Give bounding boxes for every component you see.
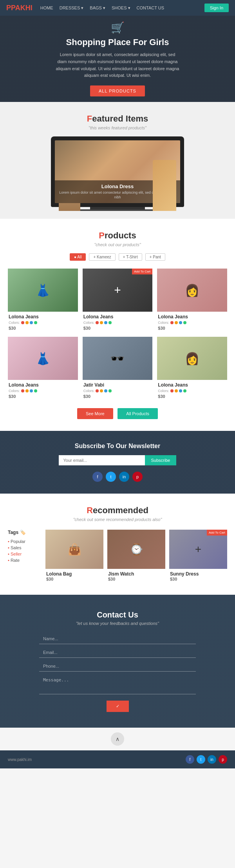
- rec-product-price: $30: [170, 577, 226, 581]
- tags-title: Tags 🏷️: [8, 530, 39, 535]
- rec-product-card: Add To Cart + Sunny Dress $30: [169, 530, 227, 583]
- color-yellow: [25, 321, 29, 324]
- contact-form: ✓: [39, 634, 196, 712]
- scroll-up-button[interactable]: ∧: [111, 732, 124, 746]
- recommended-content: Tags 🏷️ Popular Sales Seller Rate 👜 Lolo…: [8, 530, 227, 583]
- product-price: $30: [158, 326, 226, 330]
- products-title: Products: [8, 231, 227, 241]
- product-colors: Colors:: [83, 389, 152, 393]
- newsletter-email-input[interactable]: [59, 455, 145, 465]
- rec-sidebar: Tags 🏷️ Popular Sales Seller Rate: [8, 530, 39, 583]
- color-blue: [179, 321, 182, 324]
- color-yellow: [25, 389, 29, 392]
- contact-submit-button[interactable]: ✓: [107, 701, 129, 712]
- nav-links: HOME DRESSES ▾ BAGS ▾ SHOES ▾ CONTACT US: [40, 5, 204, 11]
- product-card: 👗 Lolona Jeans Colors: $30: [8, 269, 78, 332]
- nav-contact[interactable]: CONTACT US: [137, 5, 164, 11]
- color-blue: [179, 389, 182, 392]
- nav-bags[interactable]: BAGS ▾: [90, 5, 105, 11]
- pinterest-icon[interactable]: p: [132, 472, 143, 482]
- product-colors: Colors:: [83, 321, 152, 325]
- rec-product-name: Sunny Dress: [170, 571, 226, 577]
- tag-list: Popular Sales Seller Rate: [8, 538, 39, 563]
- contact-name-input[interactable]: [39, 634, 196, 644]
- cart-icon: 🛒: [111, 21, 125, 34]
- linkedin-icon[interactable]: in: [119, 472, 129, 482]
- footer-facebook-icon[interactable]: f: [186, 755, 194, 764]
- featured-section: Featured Items "this weeks featured prod…: [0, 102, 235, 219]
- see-more-button[interactable]: See More: [77, 408, 113, 419]
- contact-title: Contact Us: [39, 610, 196, 619]
- color-green: [183, 321, 186, 324]
- tag-popular[interactable]: Popular: [8, 538, 39, 545]
- color-green: [108, 389, 112, 392]
- hero-title: Shopping Place For Girls: [66, 37, 169, 47]
- product-info: Lolona Jeans Colors: $30: [83, 312, 153, 332]
- signin-button[interactable]: Sign In: [204, 4, 229, 12]
- tag-seller[interactable]: Seller: [8, 551, 39, 557]
- facebook-icon[interactable]: f: [92, 472, 103, 482]
- color-red: [170, 321, 174, 324]
- add-to-cart-badge[interactable]: Add To Cart: [132, 269, 152, 274]
- color-red: [96, 321, 99, 324]
- footer-copyright: www.pakhi.im: [8, 757, 32, 762]
- nav-dresses[interactable]: DRESSES ▾: [60, 5, 84, 11]
- color-green: [34, 321, 37, 324]
- newsletter-section: Subscribe To Our Newsletter Subscribe f …: [0, 431, 235, 494]
- contact-email-input[interactable]: [39, 647, 196, 658]
- tag-sales[interactable]: Sales: [8, 545, 39, 551]
- all-products-button[interactable]: All Products: [118, 408, 158, 419]
- filter-all[interactable]: ● All: [70, 253, 86, 261]
- products-grid: 👗 Lolona Jeans Colors: $30 + Add To: [8, 269, 227, 400]
- product-info: Jatir Vabi Colors: $30: [83, 380, 153, 400]
- footer-linkedin-icon[interactable]: in: [208, 755, 216, 764]
- hero-section: 🛒 Shopping Place For Girls Lorem ipsum d…: [0, 16, 235, 102]
- footer-socials: f t in p: [186, 755, 227, 764]
- product-colors: Colors:: [158, 321, 226, 325]
- side-model-right: [153, 160, 176, 211]
- product-colors: Colors:: [9, 321, 77, 325]
- rec-product-card: ⌚ Jism Watch $30: [107, 530, 165, 583]
- contact-phone-input[interactable]: [39, 661, 196, 672]
- rec-product-info: Lolona Bag $30: [45, 569, 103, 583]
- color-blue: [30, 389, 33, 392]
- rec-product-card: 👜 Lolona Bag $30: [45, 530, 103, 583]
- product-info: Lolona Jeans Colors: $30: [8, 380, 78, 400]
- color-yellow: [100, 321, 103, 324]
- product-image: 👗: [8, 269, 78, 312]
- filter-tshirt[interactable]: + T-Shirt: [119, 253, 142, 261]
- footer-twitter-icon[interactable]: t: [197, 755, 205, 764]
- color-red: [21, 389, 24, 392]
- product-colors: Colors:: [158, 389, 226, 393]
- products-subtitle: "check out our products": [8, 242, 227, 247]
- color-blue: [104, 321, 107, 324]
- rec-product-price: $30: [108, 577, 164, 581]
- contact-message-input[interactable]: [39, 675, 196, 694]
- recommended-subtitle: "check out some recommended products als…: [8, 517, 227, 522]
- nav-shoes[interactable]: SHOES ▾: [112, 5, 130, 11]
- color-blue: [104, 389, 107, 392]
- footer-pinterest-icon[interactable]: p: [219, 755, 227, 764]
- footer: www.pakhi.im f t in p: [0, 750, 235, 768]
- color-yellow: [175, 321, 178, 324]
- product-card: 👩 Lolona Jeans Colors: $30: [157, 269, 227, 332]
- product-card: 🕶️ Jatir Vabi Colors: $30: [83, 337, 153, 400]
- nav-home[interactable]: HOME: [40, 5, 53, 11]
- color-red: [21, 321, 24, 324]
- rec-add-to-cart-badge[interactable]: Add To Cart: [207, 530, 227, 536]
- filter-kameez[interactable]: + Kameez: [89, 253, 115, 261]
- hero-cta-button[interactable]: ALL PRODUCTS: [90, 85, 145, 96]
- product-name: Lolona Jeans: [158, 382, 226, 388]
- product-info: Lolona Jeans Colors: $30: [8, 312, 78, 332]
- newsletter-submit-button[interactable]: Subscribe: [145, 455, 177, 465]
- color-red: [170, 389, 174, 392]
- twitter-icon[interactable]: t: [106, 472, 116, 482]
- rec-product-name: Lolona Bag: [46, 571, 103, 577]
- laptop-foot: [78, 209, 157, 211]
- product-image: 👩: [157, 337, 227, 380]
- color-yellow: [175, 389, 178, 392]
- filter-pant[interactable]: + Pant: [145, 253, 165, 261]
- newsletter-title: Subscribe To Our Newsletter: [8, 443, 227, 450]
- rec-product-info: Jism Watch $30: [107, 569, 165, 583]
- tag-rate[interactable]: Rate: [8, 557, 39, 563]
